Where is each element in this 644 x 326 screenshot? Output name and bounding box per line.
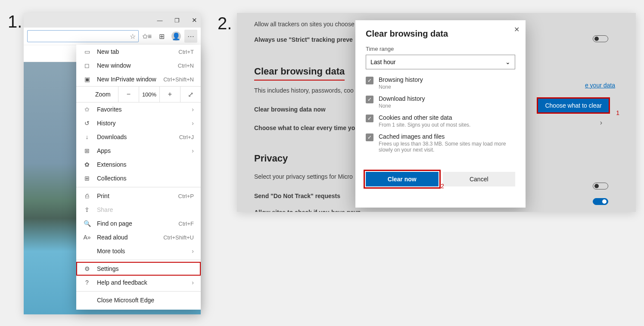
choose-what-to-clear-button[interactable]: Choose what to clear: [537, 97, 610, 114]
menu-item-help[interactable]: ?Help and feedback›: [76, 276, 201, 289]
checkbox-icon[interactable]: ✓: [366, 115, 373, 122]
dnt-row: Send "Do Not Track" requests: [254, 191, 361, 201]
your-data-link[interactable]: e your data: [585, 82, 615, 89]
print-icon: ⎙: [83, 192, 91, 199]
dnt-toggle[interactable]: [593, 183, 608, 189]
menu-item-print[interactable]: ⎙PrintCtrl+P: [76, 189, 201, 203]
chevron-right-icon: ›: [192, 147, 194, 154]
maximize-button[interactable]: ❐: [173, 17, 181, 24]
strict-tracking-row: Always use "Strict" tracking preve: [254, 35, 361, 44]
menu-item-extensions[interactable]: ✿Extensions: [76, 158, 201, 171]
checkbox-cached[interactable]: ✓ Cached images and filesFrees up less t…: [366, 133, 515, 153]
chevron-right-icon: ›: [192, 248, 194, 255]
time-range-value: Last hour: [370, 59, 395, 65]
find-icon: 🔍: [83, 220, 91, 227]
collections-icon[interactable]: ⊞: [155, 30, 168, 43]
data-type-list: ✓ Browsing historyNone ✓ Download histor…: [366, 76, 515, 169]
menu-item-read-aloud[interactable]: A»Read aloudCtrl+Shift+U: [76, 230, 201, 244]
step-1-label: 1.: [8, 12, 22, 31]
checkbox-browsing-history[interactable]: ✓ Browsing historyNone: [366, 76, 515, 90]
share-icon: ⇪: [83, 206, 91, 213]
chevron-right-icon: ›: [192, 279, 194, 286]
settings-content: Allow all trackers on sites you choose A…: [254, 19, 361, 212]
step-2-label: 2.: [218, 14, 232, 33]
menu-separator: [76, 260, 201, 260]
menu-item-apps[interactable]: ⊞Apps›: [76, 144, 201, 158]
page-content: ▭New tabCtrl+T ◻New windowCtrl+N ▣New In…: [24, 62, 201, 314]
menu-item-share[interactable]: ⇪Share: [76, 203, 201, 217]
annotation-2: 2: [441, 183, 444, 189]
history-icon: ↺: [83, 120, 91, 127]
menu-item-new-tab[interactable]: ▭New tabCtrl+T: [76, 45, 201, 59]
star-icon[interactable]: ☆: [130, 32, 136, 40]
collections-menu-icon: ⊞: [83, 175, 91, 182]
clear-data-dialog: ✕ Clear browsing data Time range Last ho…: [355, 20, 526, 208]
menu-item-inprivate[interactable]: ▣New InPrivate windowCtrl+Shift+N: [76, 72, 201, 86]
close-dialog-button[interactable]: ✕: [514, 25, 520, 34]
panel-settings-dialog: Allow all trackers on sites you choose A…: [237, 13, 636, 212]
zoom-out-button[interactable]: −: [118, 87, 139, 102]
menu-separator: [76, 291, 201, 292]
minimize-button[interactable]: —: [156, 17, 164, 24]
dialog-title: Clear browsing data: [366, 29, 515, 39]
browser-toolbar: ☆ ✩≡ ⊞ 👤 ⋯: [24, 28, 201, 45]
menu-zoom-row: Zoom − 100% + ⤢: [76, 86, 201, 102]
clear-now-row: Clear browsing data now: [254, 105, 361, 114]
panel-edge-menu: — ❐ ✕ ☆ ✩≡ ⊞ 👤 ⋯ ▭New tabCtrl+T ◻New win…: [24, 13, 201, 314]
new-window-icon: ◻: [83, 62, 91, 69]
new-tab-icon: ▭: [83, 48, 91, 55]
menu-item-downloads[interactable]: ↓DownloadsCtrl+J: [76, 130, 201, 144]
address-bar[interactable]: ☆: [27, 30, 139, 42]
checkbox-download-history[interactable]: ✓ Download historyNone: [366, 95, 515, 109]
payment-check-row: Allow sites to check if you have payn: [254, 208, 361, 212]
cancel-button[interactable]: Cancel: [443, 172, 516, 186]
zoom-percent: 100%: [139, 87, 159, 102]
chevron-down-icon: ⌄: [505, 59, 510, 65]
extensions-icon: ✿: [83, 161, 91, 168]
tracker-text: Allow all trackers on sites you choose: [254, 19, 361, 29]
chevron-right-icon[interactable]: ›: [600, 119, 602, 127]
close-window-button[interactable]: ✕: [190, 16, 198, 24]
menu-item-more-tools[interactable]: More tools›: [76, 244, 201, 258]
window-titlebar: — ❐ ✕: [24, 13, 201, 28]
gear-icon: ⚙: [83, 265, 91, 272]
downloads-icon: ↓: [83, 134, 91, 140]
menu-item-new-window[interactable]: ◻New windowCtrl+N: [76, 59, 201, 72]
favorites-icon: ✩: [83, 106, 91, 113]
clear-now-button[interactable]: Clear now: [366, 172, 439, 186]
inprivate-icon: ▣: [83, 76, 91, 83]
menu-item-collections[interactable]: ⊞Collections: [76, 171, 201, 185]
clear-on-close-row[interactable]: Choose what to clear every time yo: [254, 123, 361, 133]
clear-data-heading: Clear browsing data: [254, 64, 345, 81]
favorites-list-icon[interactable]: ✩≡: [140, 30, 153, 43]
zoom-in-button[interactable]: +: [159, 87, 180, 102]
privacy-desc: Select your privacy settings for Micro: [254, 172, 361, 181]
zoom-label: Zoom: [76, 91, 118, 98]
clear-data-desc: This includes history, passwords, coo: [254, 86, 361, 95]
privacy-heading: Privacy: [254, 151, 288, 167]
menu-item-close-edge[interactable]: Close Microsoft Edge: [76, 293, 201, 307]
menu-item-history[interactable]: ↺History›: [76, 116, 201, 130]
checkbox-cookies[interactable]: ✓ Cookies and other site dataFrom 1 site…: [366, 114, 515, 128]
apps-icon: ⊞: [83, 147, 91, 154]
menu-item-find[interactable]: 🔍Find on pageCtrl+F: [76, 217, 201, 230]
menu-item-settings[interactable]: ⚙Settings: [76, 262, 201, 276]
checkbox-icon[interactable]: ✓: [366, 96, 373, 103]
time-range-select[interactable]: Last hour ⌄: [366, 55, 515, 69]
checkbox-icon[interactable]: ✓: [366, 77, 373, 84]
checkbox-icon[interactable]: ✓: [366, 134, 373, 141]
help-icon: ?: [83, 279, 91, 286]
payment-toggle[interactable]: [593, 198, 608, 205]
strict-toggle[interactable]: [593, 35, 608, 42]
menu-item-favorites[interactable]: ✩Favorites›: [76, 102, 201, 116]
fullscreen-button[interactable]: ⤢: [180, 87, 201, 102]
annotation-1: 1: [616, 109, 619, 116]
chevron-right-icon: ›: [192, 106, 194, 113]
menu-separator: [76, 187, 201, 187]
overflow-menu: ▭New tabCtrl+T ◻New windowCtrl+N ▣New In…: [76, 45, 201, 310]
profile-avatar[interactable]: 👤: [170, 30, 183, 43]
more-menu-button[interactable]: ⋯: [184, 30, 197, 43]
read-aloud-icon: A»: [83, 234, 91, 241]
time-range-label: Time range: [366, 46, 515, 52]
chevron-right-icon: ›: [192, 120, 194, 127]
